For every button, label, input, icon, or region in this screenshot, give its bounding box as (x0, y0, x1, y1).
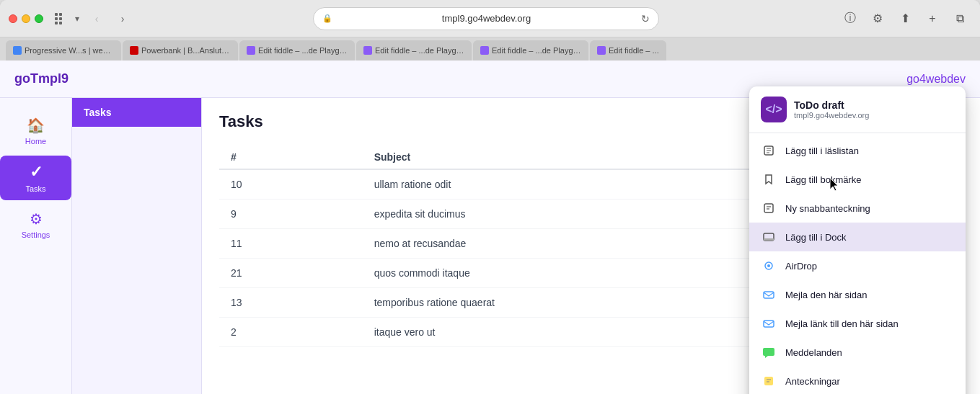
sidebar-tasks-label: Tasks (25, 184, 45, 193)
mail-page-label: Mejla den här sidan (785, 290, 954, 300)
tab-count-chevron[interactable]: ▾ (75, 14, 79, 24)
maximize-button[interactable] (35, 14, 43, 23)
middle-panel: Tasks (72, 98, 202, 394)
tab-6-icon (597, 46, 606, 55)
lock-icon: 🔒 (322, 14, 332, 23)
sidebar-home-label: Home (25, 137, 46, 145)
share-menu-item-airdrop[interactable]: AirDrop (749, 251, 966, 280)
tab-1[interactable]: Progressive W...s | web.dev (6, 40, 121, 61)
reload-button[interactable]: ↻ (641, 13, 650, 24)
cell-id: 13 (219, 288, 363, 318)
messages-label: Meddelanden (785, 347, 954, 358)
app-sidebar: 🏠 Home ✓ Tasks ⚙ Settings (0, 98, 72, 394)
share-menu-item-notes[interactable]: Anteckningar (749, 367, 966, 394)
sidebar-item-settings[interactable]: ⚙ Settings (0, 203, 71, 246)
tab-6-label: Edit fiddle – ... (609, 46, 659, 55)
home-icon: 🏠 (27, 117, 45, 134)
share-menu-item-mail-page[interactable]: Mejla den här sidan (749, 280, 966, 309)
tab-5[interactable]: Edit fiddle – ...de Playground (473, 40, 588, 61)
share-menu-item-dock[interactable]: Lägg till i Dock (749, 223, 966, 251)
dock-label: Lägg till i Dock (785, 232, 954, 243)
tab-5-icon (480, 46, 489, 55)
share-menu: </> ToDo draft tmpl9.go4webdev.org Lägg … (749, 86, 966, 394)
quick-note-label: Ny snabbanteckning (785, 203, 954, 214)
app-site: go4webdev (906, 73, 966, 86)
svg-rect-12 (764, 321, 774, 327)
svg-rect-4 (764, 204, 773, 212)
traffic-lights (9, 14, 43, 23)
tab-bar: Progressive W...s | web.dev Powerbank | … (0, 37, 980, 61)
svg-point-10 (767, 264, 770, 267)
tab-2-icon (130, 46, 138, 55)
cursor-indicator (830, 178, 839, 191)
app-logo: goTmpl9 (14, 71, 69, 86)
address-bar-container: 🔒 tmpl9.go4webdev.org ↻ (138, 7, 833, 30)
sidebar-nav: 🏠 Home ✓ Tasks ⚙ Settings (0, 104, 71, 252)
bookmark-label: Lägg till bokmärke (785, 174, 954, 185)
messages-icon (761, 344, 777, 360)
url-text: tmpl9.go4webdev.org (337, 13, 637, 24)
tab-2[interactable]: Powerbank | B...Anslut | Jula (123, 40, 238, 61)
mail-page-icon (761, 287, 777, 303)
tab-4[interactable]: Edit fiddle – ...de Playground (356, 40, 472, 61)
tab-1-label: Progressive W...s | web.dev (25, 46, 114, 55)
svg-rect-8 (764, 238, 774, 241)
share-menu-item-mail-link[interactable]: Mejla länk till den här sidan (749, 309, 966, 338)
tab-6[interactable]: Edit fiddle – ... (590, 40, 666, 61)
tasks-icon: ✓ (30, 163, 43, 182)
middle-panel-header: Tasks (72, 98, 201, 127)
cell-id: 2 (219, 318, 363, 347)
cell-id: 11 (219, 229, 363, 259)
notes-label: Anteckningar (785, 376, 954, 387)
dock-icon (761, 229, 777, 245)
share-menu-item-quick-note[interactable]: Ny snabbanteckning (749, 194, 966, 223)
share-button[interactable]: ⬆ (893, 7, 917, 30)
col-id-header: # (219, 145, 363, 169)
tab-grid-icon[interactable] (55, 13, 66, 24)
share-menu-app-url: tmpl9.go4webdev.org (794, 111, 869, 120)
quick-note-icon (761, 200, 777, 216)
info-button[interactable]: ⓘ (839, 7, 862, 30)
tab-4-icon (363, 46, 372, 55)
svg-rect-13 (764, 377, 773, 385)
share-menu-header: </> ToDo draft tmpl9.go4webdev.org (749, 86, 966, 133)
svg-rect-11 (764, 292, 774, 298)
bookmark-icon (761, 171, 777, 187)
share-menu-item-bookmark[interactable]: Lägg till bokmärke (749, 165, 966, 194)
sidebar-settings-label: Settings (22, 230, 50, 239)
airdrop-label: AirDrop (785, 261, 954, 272)
tab-5-label: Edit fiddle – ...de Playground (492, 46, 581, 55)
tab-overview-button[interactable]: ⧉ (948, 7, 971, 30)
share-menu-app-icon: </> (761, 97, 787, 122)
share-menu-app-name: ToDo draft (794, 99, 869, 111)
cell-id: 10 (219, 169, 363, 200)
minimize-button[interactable] (22, 14, 30, 23)
tab-3-label: Edit fiddle – ...de Playground (258, 46, 348, 55)
share-menu-items: Lägg till i läslistan Lägg till bokmärke… (749, 133, 966, 394)
mail-link-label: Mejla länk till den här sidan (785, 318, 954, 329)
title-bar: ▾ ‹ › 🔒 tmpl9.go4webdev.org ↻ ⓘ ⚙ ⬆ + ⧉ (0, 0, 980, 37)
sidebar-item-tasks[interactable]: ✓ Tasks (0, 156, 71, 200)
cell-id: 21 (219, 259, 363, 288)
tab-4-label: Edit fiddle – ...de Playground (375, 46, 464, 55)
tab-3-icon (247, 46, 255, 55)
settings-icon: ⚙ (30, 210, 43, 228)
new-tab-button[interactable]: + (921, 7, 944, 30)
toolbar-actions: ⓘ ⚙ ⬆ + ⧉ (839, 7, 971, 30)
mail-link-icon (761, 315, 777, 331)
back-button[interactable]: ‹ (87, 9, 107, 29)
close-button[interactable] (9, 14, 17, 23)
tab-2-label: Powerbank | B...Anslut | Jula (141, 46, 231, 55)
tab-1-icon (13, 46, 22, 55)
tab-3[interactable]: Edit fiddle – ...de Playground (239, 40, 355, 61)
share-menu-item-messages[interactable]: Meddelanden (749, 338, 966, 367)
share-menu-item-reading-list[interactable]: Lägg till i läslistan (749, 136, 966, 165)
sidebar-item-home[interactable]: 🏠 Home (0, 109, 71, 153)
share-menu-app-info: ToDo draft tmpl9.go4webdev.org (794, 99, 869, 120)
reading-list-label: Lägg till i läslistan (785, 145, 954, 156)
address-bar[interactable]: 🔒 tmpl9.go4webdev.org ↻ (313, 7, 659, 30)
reading-list-icon (761, 143, 777, 158)
settings-button[interactable]: ⚙ (866, 7, 889, 30)
forward-button[interactable]: › (112, 9, 133, 29)
airdrop-icon (761, 258, 777, 274)
